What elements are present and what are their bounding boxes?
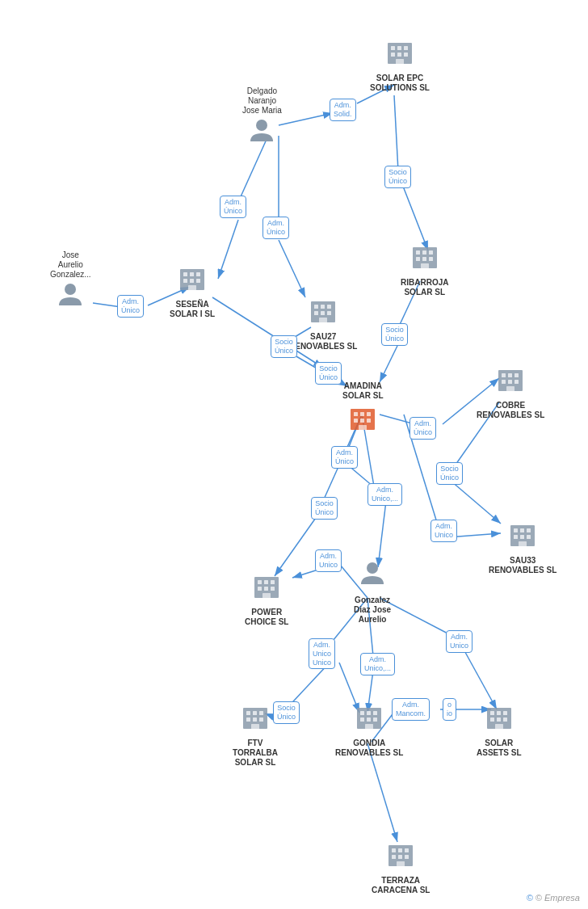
- svg-rect-130: [503, 718, 507, 722]
- cobre-node[interactable]: COBRERENOVABLES SL: [477, 364, 544, 420]
- svg-rect-64: [190, 279, 194, 283]
- svg-rect-96: [520, 535, 524, 539]
- sau27-icon: [308, 295, 338, 330]
- svg-rect-103: [258, 587, 262, 591]
- svg-rect-79: [502, 380, 506, 384]
- svg-rect-71: [314, 311, 318, 315]
- svg-rect-78: [514, 373, 519, 377]
- sau33-node[interactable]: SAU33RENOVABLES SL: [489, 519, 556, 575]
- sau33-label: SAU33RENOVABLES SL: [489, 556, 556, 575]
- solar-epc-icon: [384, 36, 415, 72]
- svg-rect-60: [183, 272, 187, 276]
- role-socio-unico-7[interactable]: SocioÚnico: [273, 701, 300, 724]
- ftv-icon: [240, 701, 271, 737]
- terraza-label: TERRAZACARACENA SL: [372, 876, 430, 895]
- role-adm-unico-comma[interactable]: Adm.Unico,...: [368, 483, 402, 506]
- svg-line-1: [279, 113, 333, 125]
- svg-rect-137: [398, 855, 402, 859]
- svg-rect-125: [490, 711, 494, 715]
- svg-line-5: [218, 220, 238, 279]
- svg-rect-101: [264, 580, 268, 584]
- sau27-node[interactable]: SAU27RENOVABLES SL: [289, 295, 357, 351]
- role-adm-unico-7[interactable]: Adm.Unico: [315, 549, 342, 572]
- power-choice-node[interactable]: POWERCHOICE SL: [245, 570, 288, 627]
- ftv-label: FTVTORRALBASOLAR SL: [233, 739, 278, 768]
- svg-rect-80: [508, 380, 512, 384]
- jose-aurelio-node[interactable]: JoseAurelioGonzalez...: [50, 249, 91, 315]
- solar-epc-node[interactable]: SOLAR EPC SOLUTIONS SL: [363, 36, 436, 93]
- role-adm-unico-comma2[interactable]: Adm.Unico,...: [360, 653, 395, 675]
- svg-rect-86: [367, 412, 371, 416]
- svg-rect-112: [246, 718, 250, 722]
- svg-rect-63: [183, 279, 187, 283]
- ribarroja-node[interactable]: RIBARROJASOLAR SL: [401, 241, 448, 297]
- role-socio-unico-6[interactable]: SocioÚnico: [311, 497, 338, 520]
- svg-point-49: [256, 120, 267, 131]
- sau27-label: SAU27RENOVABLES SL: [289, 332, 357, 351]
- role-socio-unico-1[interactable]: SocioÚnico: [384, 166, 411, 188]
- role-adm-solid[interactable]: Adm.Solid.: [330, 99, 356, 121]
- gondia-label: GONDIARENOVABLES SL: [335, 739, 403, 758]
- terraza-node[interactable]: TERRAZACARACENA SL: [372, 839, 430, 895]
- svg-rect-46: [397, 53, 401, 57]
- role-adm-unico-6[interactable]: Adm.Unico: [430, 520, 457, 542]
- role-socio-unico-5[interactable]: SocioÚnico: [436, 462, 463, 485]
- connections-svg: [0, 0, 588, 909]
- watermark-text: © Empresa: [536, 893, 580, 903]
- svg-rect-72: [321, 311, 325, 315]
- gonzalez-diaz-label: GonzalezDiaz JoseAurelio: [354, 595, 391, 625]
- svg-rect-68: [314, 305, 318, 309]
- role-socio-unico-2[interactable]: SocioÚnico: [271, 335, 297, 358]
- amadina-node[interactable]: AMADINASOLAR SL: [342, 380, 384, 438]
- solar-assets-icon: [484, 701, 514, 737]
- svg-rect-52: [422, 250, 426, 255]
- delgado-node[interactable]: DelgadoNaranjoJose Maria: [242, 85, 282, 151]
- role-small[interactable]: oio: [443, 698, 456, 721]
- cobre-label: COBRERENOVABLES SL: [477, 401, 544, 420]
- svg-rect-44: [404, 46, 408, 50]
- solar-assets-node[interactable]: SOLARASSETS SL: [477, 701, 522, 758]
- svg-rect-51: [416, 250, 420, 255]
- delgado-label-top: DelgadoNaranjoJose Maria: [242, 86, 282, 116]
- solar-epc-label: SOLAR EPC SOLUTIONS SL: [363, 74, 436, 93]
- role-socio-unico-3[interactable]: SocioÚnico: [315, 362, 342, 385]
- svg-rect-102: [271, 580, 275, 584]
- role-adm-unico-4[interactable]: Adm.Único: [410, 417, 436, 440]
- role-adm-unico-8[interactable]: Adm.Unico: [446, 630, 472, 653]
- svg-rect-131: [495, 724, 503, 729]
- svg-rect-53: [429, 250, 433, 255]
- svg-rect-121: [367, 718, 371, 722]
- role-adm-mancom[interactable]: Adm.Mancom.: [392, 698, 430, 721]
- role-socio-unico-4[interactable]: SocioÚnico: [381, 323, 408, 346]
- svg-rect-74: [319, 318, 327, 322]
- role-adm-unico-2[interactable]: Adm.Único: [262, 217, 289, 239]
- gonzalez-diaz-icon: [358, 560, 387, 594]
- svg-point-58: [65, 284, 76, 295]
- svg-line-29: [368, 743, 397, 842]
- gonzalez-diaz-node[interactable]: GonzalezDiaz JoseAurelio: [354, 560, 391, 625]
- svg-rect-92: [514, 528, 518, 532]
- role-adm-unico-5[interactable]: Adm.Único: [331, 446, 358, 469]
- svg-rect-48: [396, 59, 404, 64]
- svg-rect-100: [258, 580, 262, 584]
- svg-rect-82: [506, 386, 514, 391]
- svg-rect-98: [519, 541, 527, 546]
- svg-rect-111: [259, 711, 263, 715]
- cobre-icon: [495, 364, 526, 399]
- sesena-node[interactable]: SESEÑASOLAR I SL: [170, 263, 215, 319]
- role-adm-unico-1[interactable]: Adm.Único: [220, 196, 246, 218]
- svg-rect-47: [404, 53, 408, 57]
- svg-line-19: [378, 501, 386, 567]
- svg-rect-128: [490, 718, 494, 722]
- sau33-icon: [507, 519, 538, 554]
- svg-rect-127: [503, 711, 507, 715]
- ribarroja-icon: [410, 241, 440, 276]
- role-adm-unico-3[interactable]: Adm.Único: [117, 295, 144, 318]
- role-adm-unico-unico[interactable]: Adm.UnicoUnico: [309, 638, 335, 669]
- svg-rect-126: [497, 711, 501, 715]
- svg-rect-42: [391, 46, 395, 50]
- svg-rect-109: [246, 711, 250, 715]
- ftv-torralba-node[interactable]: FTVTORRALBASOLAR SL: [233, 701, 278, 768]
- svg-rect-65: [196, 279, 200, 283]
- svg-rect-55: [422, 257, 426, 261]
